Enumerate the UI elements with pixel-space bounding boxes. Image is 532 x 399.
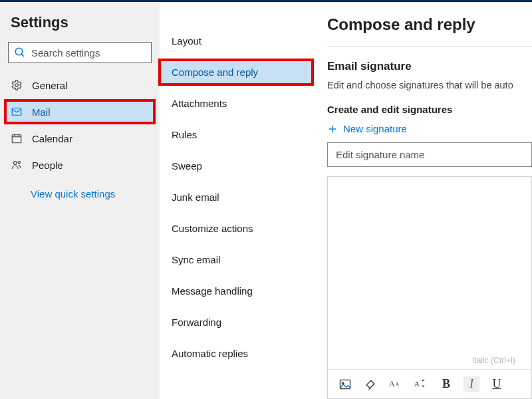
bold-button[interactable]: B (438, 376, 454, 392)
detail-title: Compose and reply (327, 15, 532, 34)
gear-icon (11, 79, 23, 91)
svg-point-9 (18, 162, 20, 164)
new-signature-label: New signature (343, 123, 407, 134)
search-placeholder: Search settings (31, 47, 100, 59)
svg-text:A: A (414, 380, 420, 388)
svg-point-0 (15, 48, 23, 55)
font-icon: AA (388, 378, 403, 391)
plus-icon (327, 124, 338, 134)
submenu-layout[interactable]: Layout (160, 29, 313, 53)
italic-button[interactable]: I (464, 376, 479, 392)
sidebar-item-calendar[interactable]: Calendar (5, 127, 154, 150)
submenu-junk-email[interactable]: Junk email (160, 185, 313, 209)
sidebar-item-general[interactable]: General (5, 74, 154, 96)
svg-point-8 (13, 162, 17, 165)
image-icon (338, 378, 352, 391)
settings-title: Settings (11, 14, 154, 31)
submenu-compose-and-reply[interactable]: Compose and reply (160, 60, 313, 84)
mail-submenu: Layout Compose and reply Attachments Rul… (160, 2, 313, 399)
calendar-icon (11, 132, 23, 144)
email-signature-sub: Edit and choose signatures that will be … (327, 80, 532, 90)
svg-point-2 (15, 84, 19, 87)
svg-text:A: A (395, 382, 399, 388)
submenu-sync-email[interactable]: Sync email (160, 247, 313, 272)
divider (327, 46, 532, 47)
svg-rect-12 (340, 380, 350, 388)
signature-name-input[interactable]: Edit signature name (327, 142, 532, 167)
submenu-attachments[interactable]: Attachments (160, 91, 313, 116)
svg-rect-4 (12, 135, 21, 143)
mail-icon (11, 106, 23, 118)
font-size-icon: A (414, 378, 428, 391)
insert-image-button[interactable] (337, 376, 353, 392)
sidebar-item-label: General (32, 80, 67, 91)
submenu-automatic-replies[interactable]: Automatic replies (160, 341, 313, 366)
sidebar-item-label: People (32, 160, 63, 171)
create-signatures-heading: Create and edit signatures (327, 104, 532, 115)
submenu-message-handling[interactable]: Message handling (160, 279, 313, 303)
people-icon (11, 159, 23, 171)
new-signature-button[interactable]: New signature (327, 123, 532, 134)
submenu-customize-actions[interactable]: Customize actions (160, 216, 313, 241)
submenu-sweep[interactable]: Sweep (160, 154, 313, 178)
sidebar-item-label: Mail (32, 106, 51, 118)
svg-rect-3 (12, 108, 21, 116)
detail-panel: Compose and reply Email signature Edit a… (313, 2, 532, 399)
email-signature-heading: Email signature (327, 60, 532, 73)
view-quick-settings-link[interactable]: View quick settings (5, 176, 154, 200)
sidebar-item-people[interactable]: People (5, 154, 154, 176)
font-size-button[interactable]: A (413, 376, 429, 392)
submenu-forwarding[interactable]: Forwarding (160, 310, 313, 334)
editor-toolbar: AA A B I U (328, 369, 531, 398)
underline-button[interactable]: U (489, 376, 505, 392)
submenu-rules[interactable]: Rules (160, 122, 313, 147)
sidebar-item-mail[interactable]: Mail (5, 100, 154, 123)
paint-icon (364, 378, 377, 391)
svg-line-1 (21, 54, 24, 57)
search-icon (14, 47, 26, 59)
format-painter-button[interactable] (362, 376, 378, 392)
italic-tooltip: Italic (Ctrl+I) (472, 356, 515, 365)
font-button[interactable]: AA (388, 376, 404, 392)
signature-editor[interactable]: Italic (Ctrl+I) AA A B I U (327, 176, 532, 399)
sidebar-item-label: Calendar (32, 133, 72, 144)
settings-sidebar: Settings Search settings General Mail Ca… (0, 2, 160, 399)
signature-editor-body[interactable] (328, 177, 531, 369)
search-settings-input[interactable]: Search settings (8, 42, 152, 63)
svg-text:A: A (389, 380, 395, 388)
